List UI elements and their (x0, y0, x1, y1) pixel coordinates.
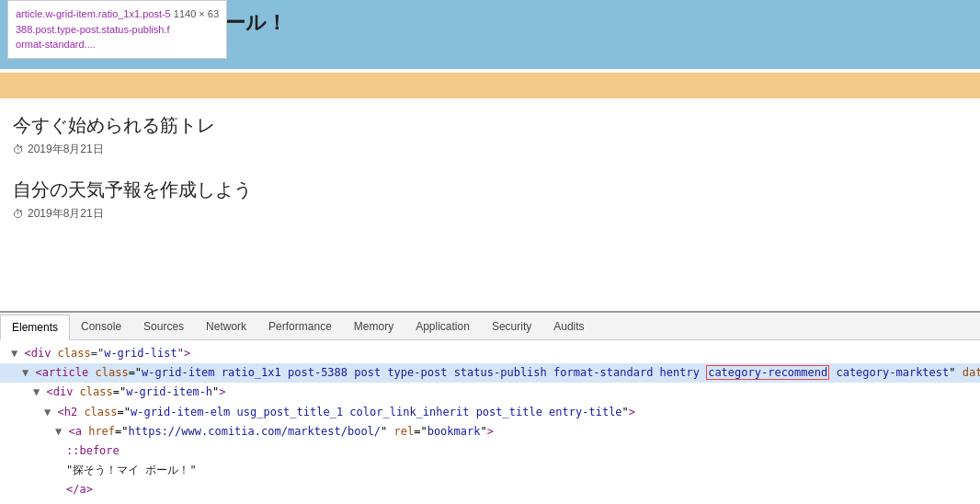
attr-class: class (58, 347, 91, 360)
tab-performance[interactable]: Performance (257, 314, 343, 339)
tooltip-selector3: ormat-standard.... (16, 39, 96, 50)
devtools-content: ▼ <div class="w-grid-list"> ▼ <article c… (0, 340, 980, 504)
clock-icon-2: ⏱ (13, 208, 24, 221)
equals: =" (91, 347, 104, 360)
highlight-category: category-recommend (706, 365, 829, 380)
code-line-2: ▼ <article class="w-grid-item ratio_1x1 … (0, 363, 980, 383)
tab-elements[interactable]: Elements (0, 315, 70, 340)
tab-memory[interactable]: Memory (343, 314, 405, 339)
tab-audits[interactable]: Audits (542, 314, 595, 339)
orange-banner (0, 73, 980, 98)
triangle-icon-3: ▼ (33, 385, 40, 398)
devtools-tabs: Elements Console Sources Network Perform… (0, 313, 980, 340)
post-title-1: 今すぐ始められる筋トレ (13, 113, 967, 138)
post-date-1: ⏱ 2019年8月21日 (13, 142, 967, 157)
code-line-3: ▼ <div class="w-grid-item-h"> (0, 383, 980, 402)
triangle-icon-4: ▼ (44, 406, 51, 418)
element-tooltip: article.w-grid-item.ratio_1x1.post-5 114… (7, 0, 227, 59)
post-date-2: ⏱ 2019年8月21日 (13, 206, 967, 222)
code-line-9: </h2> (0, 500, 980, 505)
pseudo-before: ::before (66, 444, 120, 457)
code-line-8: </a> (0, 480, 980, 499)
tag-article: <article (35, 366, 95, 379)
devtools-panel: Elements Console Sources Network Perform… (0, 311, 980, 504)
tab-application[interactable]: Application (405, 314, 481, 339)
tooltip-selector: article.w-grid-item.ratio_1x1.post-5 (16, 8, 171, 19)
tab-console[interactable]: Console (70, 314, 132, 339)
tab-network[interactable]: Network (195, 314, 257, 339)
post-date-text-1: 2019年8月21日 (28, 142, 104, 157)
tab-security[interactable]: Security (481, 314, 542, 339)
tag-close-a: </a> (66, 483, 93, 496)
tag-div: <div (24, 347, 57, 360)
tooltip-size: 1140 × 63 (174, 8, 219, 19)
post-item-2: 自分の天気予報を作成しよう ⏱ 2019年8月21日 (0, 165, 980, 229)
code-line-7: "探そう！マイ ボール！" (0, 461, 980, 480)
text-content: "探そう！マイ ボール！" (66, 464, 197, 476)
code-line-1: ▼ <div class="w-grid-list"> (0, 344, 980, 363)
attr-val: w-grid-list (104, 347, 177, 360)
post-title-2: 自分の天気予報を作成しよう (13, 178, 967, 202)
tooltip-selector2: 388.post.type-post.status-publish.f (16, 24, 170, 35)
code-line-5: ▼ <a href="https://www.comitia.com/markt… (0, 422, 980, 441)
triangle-icon: ▼ (11, 347, 17, 360)
triangle-icon-5: ▼ (55, 425, 62, 438)
post-item-1: 今すぐ始められる筋トレ ⏱ 2019年8月21日 (0, 109, 980, 165)
code-line-4: ▼ <h2 class="w-grid-item-elm usg_post_ti… (0, 403, 980, 422)
clock-icon-1: ⏱ (13, 143, 24, 156)
triangle-icon-2: ▼ (22, 366, 28, 379)
tab-sources[interactable]: Sources (132, 314, 195, 339)
post-date-text-2: 2019年8月21日 (28, 206, 104, 222)
code-line-6: ::before (0, 441, 980, 461)
